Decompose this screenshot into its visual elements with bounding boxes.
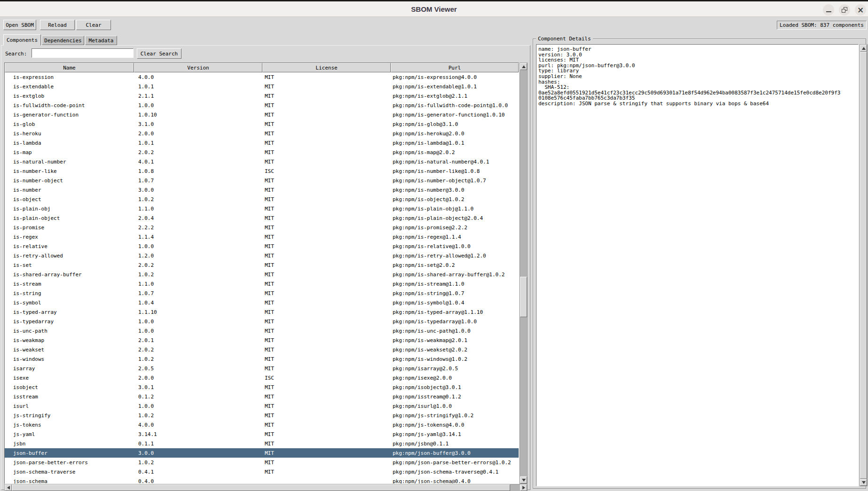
table-row[interactable]: is-set2.0.2MITpkg:npm/is-set@2.0.2	[5, 260, 519, 270]
table-row[interactable]: is-heroku2.0.0MITpkg:npm/is-heroku@2.0.0	[5, 129, 519, 138]
table-row[interactable]: is-typed-array1.1.10MITpkg:npm/is-typed-…	[5, 307, 519, 317]
table-row[interactable]: is-string1.0.7MITpkg:npm/is-string@1.0.7	[5, 288, 519, 298]
reload-button[interactable]: Reload	[40, 20, 75, 30]
table-vscroll-thumb[interactable]	[520, 277, 527, 317]
column-header-name[interactable]: Name	[5, 63, 134, 72]
table-row[interactable]: isstream0.1.2MITpkg:npm/isstream@0.1.2	[5, 392, 519, 401]
table-row[interactable]: is-stream1.1.0MITpkg:npm/is-stream@1.1.0	[5, 279, 519, 288]
table-row[interactable]: js-stringify1.0.2MITpkg:npm/js-stringify…	[5, 411, 519, 420]
table-row[interactable]: is-relative1.0.0MITpkg:npm/is-relative@1…	[5, 242, 519, 251]
table-row[interactable]: is-glob3.1.0MITpkg:npm/is-glob@3.1.0	[5, 119, 519, 129]
scroll-left-button[interactable]	[5, 484, 12, 491]
column-header-version[interactable]: Version	[134, 63, 262, 72]
table-row[interactable]: isobject3.0.1MITpkg:npm/isobject@3.0.1	[5, 382, 519, 392]
table-cell: is-heroku	[5, 131, 134, 137]
column-header-license[interactable]: License	[262, 63, 391, 72]
column-header-purl[interactable]: Purl	[391, 63, 519, 72]
table-row[interactable]: is-number-object1.0.7MITpkg:npm/is-numbe…	[5, 176, 519, 185]
details-vertical-scrollbar[interactable]	[860, 44, 868, 486]
table-row[interactable]: json-buffer3.0.0MITpkg:npm/json-buffer@3…	[5, 448, 519, 458]
table-row[interactable]: json-schema-traverse0.4.1MITpkg:npm/json…	[5, 467, 519, 476]
table-cell: 0.1.2	[134, 394, 262, 400]
table-row[interactable]: is-fullwidth-code-point1.0.0MITpkg:npm/i…	[5, 101, 519, 110]
table-cell: MIT	[262, 328, 391, 334]
table-cell: is-natural-number	[5, 159, 134, 165]
table-row[interactable]: is-plain-object2.0.4MITpkg:npm/is-plain-…	[5, 213, 519, 223]
table-cell: 1.0.7	[134, 290, 262, 296]
table-row[interactable]: isarray2.0.5MITpkg:npm/isarray@2.0.5	[5, 364, 519, 373]
table-hscroll-thumb[interactable]	[12, 484, 510, 491]
table-row[interactable]: is-windows1.0.2MITpkg:npm/is-windows@1.0…	[5, 354, 519, 364]
table-cell: MIT	[262, 196, 391, 203]
minimize-button[interactable]	[823, 4, 834, 16]
close-button[interactable]: ×	[855, 4, 866, 16]
maximize-button[interactable]	[839, 4, 850, 16]
scroll-right-button[interactable]	[520, 484, 527, 491]
table-cell: pkg:npm/is-plain-obj@1.1.0	[391, 206, 519, 212]
table-cell: 0.4.0	[134, 478, 262, 484]
open-sbom-button[interactable]: Open SBOM	[3, 20, 36, 30]
scroll-down-button[interactable]	[520, 476, 527, 483]
clear-button[interactable]: Clear	[76, 20, 111, 30]
table-row[interactable]: js-tokens4.0.0MITpkg:npm/js-tokens@4.0.0	[5, 420, 519, 429]
table-row[interactable]: is-number-like1.0.8ISCpkg:npm/is-number-…	[5, 166, 519, 176]
table-row[interactable]: is-extglob2.1.1MITpkg:npm/is-extglob@2.1…	[5, 91, 519, 101]
table-row[interactable]: js-yaml3.14.1MITpkg:npm/js-yaml@3.14.1	[5, 429, 519, 439]
minimize-icon	[826, 11, 831, 12]
table-cell: is-relative	[5, 243, 134, 249]
table-row[interactable]: is-natural-number4.0.1MITpkg:npm/is-natu…	[5, 157, 519, 166]
table-cell: ISC	[262, 375, 391, 381]
details-scroll-down-button[interactable]	[860, 479, 867, 486]
table-cell: MIT	[262, 403, 391, 409]
component-details-text[interactable]: name: json-bufferversion: 3.0.0licenses:…	[536, 44, 859, 486]
scroll-up-button[interactable]	[520, 63, 527, 70]
table-cell: pkg:npm/is-glob@3.1.0	[391, 121, 519, 127]
table-horizontal-scrollbar[interactable]	[4, 484, 528, 491]
table-row[interactable]: isurl1.0.0MITpkg:npm/isurl@1.0.0	[5, 401, 519, 411]
table-cell: 2.0.4	[134, 215, 262, 221]
table-row[interactable]: isexe2.0.0ISCpkg:npm/isexe@2.0.0	[5, 373, 519, 382]
table-cell: json-schema	[5, 478, 134, 484]
table-row[interactable]: is-symbol1.0.4MITpkg:npm/is-symbol@1.0.4	[5, 298, 519, 307]
table-cell: 2.0.1	[134, 337, 262, 343]
table-row[interactable]: is-extendable1.0.1MITpkg:npm/is-extendab…	[5, 82, 519, 91]
details-vscroll-thumb[interactable]	[860, 52, 867, 479]
table-cell: MIT	[262, 121, 391, 127]
component-details-title: Component Details	[536, 36, 593, 42]
table-row[interactable]: is-generator-function1.0.10MITpkg:npm/is…	[5, 110, 519, 119]
clear-search-button[interactable]: Clear Search	[137, 48, 181, 59]
table-row[interactable]: json-parse-better-errors1.0.2MITpkg:npm/…	[5, 458, 519, 467]
table-row[interactable]: is-expression4.0.0MITpkg:npm/is-expressi…	[5, 72, 519, 82]
table-cell: is-glob	[5, 121, 134, 127]
table-row[interactable]: is-typedarray1.0.0MITpkg:npm/is-typedarr…	[5, 317, 519, 326]
details-scroll-up-button[interactable]	[860, 45, 867, 52]
table-row[interactable]: is-map2.0.2MITpkg:npm/is-map@2.0.2	[5, 148, 519, 157]
table-cell: pkg:npm/is-expression@4.0.0	[391, 74, 519, 80]
table-row[interactable]: jsbn0.1.1MITpkg:npm/jsbn@0.1.1	[5, 439, 519, 448]
table-cell: 3.0.1	[134, 384, 262, 390]
table-row[interactable]: json-schema0.4.0pkg:npm/json-schema@0.4.…	[5, 476, 519, 483]
table-cell: 2.2.2	[134, 225, 262, 231]
table-row[interactable]: is-unc-path1.0.0MITpkg:npm/is-unc-path@1…	[5, 326, 519, 335]
table-row[interactable]: is-weakset2.0.2MITpkg:npm/is-weakset@2.0…	[5, 345, 519, 354]
table-cell: MIT	[262, 469, 391, 475]
search-input[interactable]	[32, 48, 134, 58]
table-row[interactable]: is-weakmap2.0.1MITpkg:npm/is-weakmap@2.0…	[5, 335, 519, 345]
table-cell: pkg:npm/is-shared-array-buffer@1.0.2	[391, 272, 519, 278]
table-row[interactable]: is-shared-array-buffer1.0.2MITpkg:npm/is…	[5, 270, 519, 279]
table-row[interactable]: is-lambda1.0.1MITpkg:npm/is-lambda@1.0.1	[5, 138, 519, 148]
tab-metadata[interactable]: Metadata	[85, 36, 117, 45]
table-row[interactable]: is-regex1.1.4MITpkg:npm/is-regex@1.1.4	[5, 232, 519, 242]
tab-dependencies[interactable]: Dependencies	[42, 36, 84, 45]
table-cell: is-number-like	[5, 168, 134, 174]
table-cell: pkg:npm/is-promise@2.2.2	[391, 225, 519, 231]
table-row[interactable]: is-plain-obj1.1.0MITpkg:npm/is-plain-obj…	[5, 204, 519, 213]
table-cell: pkg:npm/is-plain-object@2.0.4	[391, 215, 519, 221]
table-row[interactable]: is-object1.0.2MITpkg:npm/is-object@1.0.2	[5, 195, 519, 204]
table-row[interactable]: is-number3.0.0MITpkg:npm/is-number@3.0.0	[5, 185, 519, 195]
table-cell: 1.0.0	[134, 102, 262, 109]
table-row[interactable]: is-retry-allowed1.2.0MITpkg:npm/is-retry…	[5, 251, 519, 260]
tab-components[interactable]: Components	[3, 34, 41, 46]
table-vertical-scrollbar[interactable]	[520, 62, 528, 484]
table-row[interactable]: is-promise2.2.2MITpkg:npm/is-promise@2.2…	[5, 223, 519, 232]
